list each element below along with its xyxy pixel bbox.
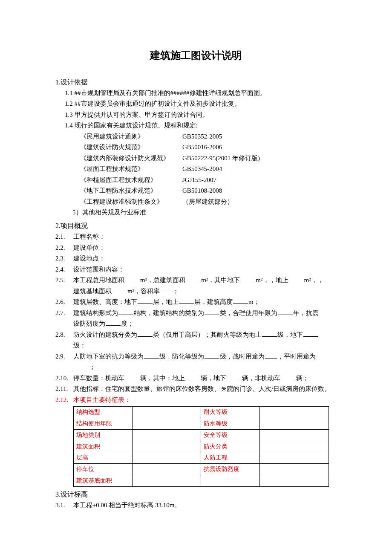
item-2-11: 2.11. 其他指标：住宅的套型数量、旅馆的床位数客房数、医院的门诊、人次/日或… bbox=[55, 384, 337, 395]
blank-field bbox=[112, 286, 127, 293]
item-number: 2.7. bbox=[55, 308, 73, 330]
blank-field bbox=[144, 352, 159, 358]
table-value bbox=[132, 452, 201, 464]
blank-field bbox=[185, 373, 200, 380]
text-fragment: 类，合理使用年限为 bbox=[220, 309, 277, 316]
section-2-head: 2.项目概况 bbox=[55, 220, 337, 231]
standard-code: GB50108-2008 bbox=[182, 185, 337, 197]
item-1-1: 1.1 ##市规划管理局及有关部门批准的######修建性详细规划总平面图。 bbox=[65, 88, 337, 99]
blank-field bbox=[278, 308, 293, 315]
standard-name: 《建筑内部装修设计防火规范》 bbox=[80, 153, 182, 164]
item-number: 2.3. bbox=[55, 253, 73, 264]
standard-row: 《民用建筑设计通则》 GB50352-2005 bbox=[80, 131, 337, 142]
standard-code: GB50016-2006 bbox=[182, 142, 337, 153]
table-value bbox=[132, 418, 201, 429]
standard-row: 《地下工程防水技术规范》 GB50108-2008 bbox=[80, 185, 337, 197]
text-fragment: 级，地下 bbox=[277, 331, 303, 338]
item-text: 本工程±0.00 相当于绝对标高 33.10m。 bbox=[73, 500, 337, 511]
table-value bbox=[260, 464, 329, 475]
table-row: 结构选型 耐火等级 bbox=[74, 407, 329, 418]
text-fragment: 建筑基地面积 bbox=[73, 288, 112, 295]
text-fragment: 辆，其中：地上 bbox=[140, 375, 185, 382]
table-value bbox=[260, 441, 329, 452]
blank-field bbox=[289, 276, 304, 282]
standard-name: 《民用建筑设计通则》 bbox=[80, 131, 182, 142]
item-1-4: 1.4 现行的国家有关建筑设计规范、规程和规定: bbox=[65, 120, 337, 131]
blank-field bbox=[303, 330, 318, 336]
table-label: 结构使用年限 bbox=[74, 418, 133, 429]
standard-name: 《地下工程防水技术规范》 bbox=[80, 185, 182, 197]
item-2-3: 2.3. 建设地点： bbox=[55, 253, 337, 264]
item-2-4: 2.4. 设计范围和内容： bbox=[55, 264, 337, 275]
blank-field bbox=[179, 298, 194, 304]
item-text: 本项目主要特征表： bbox=[73, 395, 337, 406]
table-row: 建筑基底面积 bbox=[74, 475, 329, 486]
item-text: 其他指标：住宅的套型数量、旅馆的床位数客房数、医院的门诊、人次/日或病房的床位数… bbox=[73, 384, 337, 395]
text-fragment: 级； bbox=[73, 342, 86, 349]
blank-field bbox=[138, 330, 153, 336]
table-label bbox=[201, 475, 260, 486]
text-fragment: 建筑层数、高度：地下 bbox=[73, 298, 137, 305]
blank-field bbox=[138, 298, 153, 304]
text-fragment: m²，总建筑面积 bbox=[140, 277, 185, 283]
item-number: 2.12. bbox=[55, 395, 73, 406]
item-2-1: 2.1. 工程名称： bbox=[55, 231, 337, 243]
text-fragment: 建筑结构形式为 bbox=[73, 309, 118, 316]
table-row: 停车位 抗震设防烈度 bbox=[74, 464, 329, 475]
blank-field bbox=[125, 373, 140, 380]
blank-field bbox=[118, 308, 133, 315]
item-text: 人防地下室的抗力等级为级，防化等级为级，战时用途为，平时用途为 ； bbox=[73, 351, 337, 373]
standard-code: GB50222-95(2001 年修订版) bbox=[182, 153, 337, 164]
text-fragment: 停车数量：机动车 bbox=[73, 375, 124, 382]
table-label: 建筑基底面积 bbox=[74, 475, 133, 486]
item-text: 本工程总用地面积m²，总建筑面积m²，其中地下m²，，地上m²，， 建筑基地面积… bbox=[73, 275, 337, 297]
item-2-6: 2.6. 建筑层数、高度：地下层，地上层，建筑高度m； bbox=[55, 297, 337, 308]
table-value bbox=[132, 464, 201, 475]
item-1-3: 1.3 甲方提供并认可的方案、甲方签订的设计合同。 bbox=[65, 110, 337, 121]
table-value bbox=[132, 407, 201, 418]
blank-field bbox=[205, 352, 219, 358]
item-2-9: 2.9. 人防地下室的抗力等级为级，防化等级为级，战时用途为，平时用途为 ； bbox=[55, 351, 337, 373]
text-fragment: m²，， bbox=[304, 277, 324, 283]
item-number: 3.1. bbox=[55, 500, 73, 511]
standard-code: JGJ155-2007 bbox=[182, 175, 337, 186]
item-2-12: 2.12. 本项目主要特征表： bbox=[55, 395, 337, 406]
standard-row: 《建筑设计防火规范》 GB50016-2006 bbox=[80, 142, 337, 153]
table-label: 停车位 bbox=[74, 464, 133, 475]
table-row: 层高 人防工程 bbox=[74, 452, 329, 464]
standard-name: 《工程建设标准强制性条文》 bbox=[80, 197, 182, 208]
item-text: 停车数量：机动车辆，其中：地上辆，地下辆，非机动车辆； bbox=[73, 373, 337, 384]
blank-field bbox=[106, 319, 121, 326]
document-page: 建筑施工图设计说明 1.设计依据 1.1 ##市规划管理局及有关部门批准的###… bbox=[0, 0, 392, 555]
standard-code: GB50345-2004 bbox=[182, 164, 337, 175]
blank-field bbox=[186, 276, 201, 282]
blank-field bbox=[240, 276, 255, 282]
text-fragment: 辆； bbox=[296, 375, 309, 382]
item-number: 2.6. bbox=[55, 297, 73, 308]
text-fragment: 辆，地下 bbox=[201, 375, 226, 382]
text-fragment: 防火设计的建筑分类为 bbox=[73, 331, 137, 338]
table-label: 结构选型 bbox=[74, 407, 133, 418]
table-value bbox=[260, 475, 329, 486]
item-2-5: 2.5. 本工程总用地面积m²，总建筑面积m²，其中地下m²，，地上m²，， 建… bbox=[55, 275, 337, 297]
text-fragment: 结构，建筑结构的类别为 bbox=[134, 309, 204, 316]
item-text: 建设单位： bbox=[73, 243, 337, 254]
text-fragment: ； bbox=[89, 364, 95, 370]
table-label: 建筑面积 bbox=[74, 441, 133, 452]
table-row: 建筑面积 防火分类 bbox=[74, 441, 329, 452]
blank-field bbox=[281, 373, 296, 380]
standard-row: 《工程建设标准强制性条文》 （房屋建筑部分） bbox=[80, 197, 337, 208]
text-fragment: 层，地上 bbox=[153, 298, 179, 305]
table-label: 防火分类 bbox=[201, 441, 260, 452]
table-label: 人防工程 bbox=[201, 452, 260, 464]
text-fragment: 级，战时用途为 bbox=[220, 353, 265, 360]
item-number: 2.2. bbox=[55, 243, 73, 254]
text-fragment: ，平时用途为 bbox=[277, 353, 316, 360]
text-fragment: 辆，非机动车 bbox=[242, 375, 280, 382]
item-text: 防火设计的建筑分类为类（仅用于高层）；其耐火等级为地上级，地下 级； bbox=[73, 330, 337, 351]
item-text: 建设地点： bbox=[73, 253, 337, 264]
text-fragment: 设防烈度为 bbox=[73, 320, 105, 327]
text-fragment: m²，，地上 bbox=[256, 277, 288, 283]
blank-field bbox=[160, 286, 172, 293]
text-fragment: 人防地下室的抗力等级为 bbox=[73, 353, 144, 360]
